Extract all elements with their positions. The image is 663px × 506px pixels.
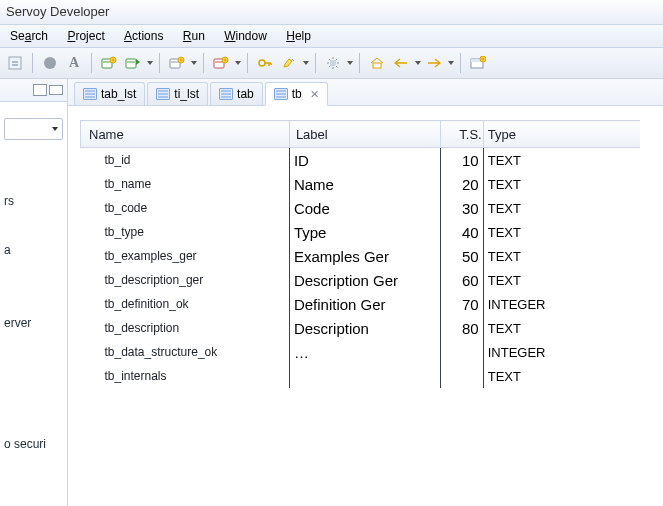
side-combo[interactable] [4, 118, 63, 140]
cell-ts: 60 [441, 268, 483, 292]
cell-ts: 20 [441, 172, 483, 196]
tool-record-icon[interactable] [39, 52, 61, 74]
cell-label: … [289, 340, 440, 364]
table-row[interactable]: tb_descriptionDescription80TEXT [81, 316, 641, 340]
cell-label: Description [289, 316, 440, 340]
svg-point-9 [330, 60, 336, 66]
cell-label: Name [289, 172, 440, 196]
cell-ts: 70 [441, 292, 483, 316]
tool-key-icon[interactable] [254, 52, 276, 74]
column-header[interactable]: Type [483, 121, 640, 148]
tool-form-run-icon[interactable] [122, 52, 144, 74]
cell-type: TEXT [483, 244, 640, 268]
table-row[interactable]: tb_description_gerDescription Ger60TEXT [81, 268, 641, 292]
column-header[interactable]: Label [289, 121, 440, 148]
cell-label: Description Ger [289, 268, 440, 292]
minimize-icon[interactable] [49, 85, 63, 95]
menu-project[interactable]: Project [59, 25, 112, 47]
columns-table: NameLabelT.S.Type tb_idID10TEXTtb_nameNa… [80, 120, 640, 388]
tool-gear-dd[interactable] [346, 52, 353, 74]
cell-type: TEXT [483, 364, 640, 388]
tool-nav-fwd-icon[interactable] [423, 52, 445, 74]
editor-tab[interactable]: tb✕ [265, 82, 328, 106]
close-icon[interactable]: ✕ [310, 88, 319, 101]
cell-ts [441, 364, 483, 388]
table-row[interactable]: tb_definition_okDefinition Ger70INTEGER [81, 292, 641, 316]
table-icon [274, 88, 288, 100]
cell-label: Examples Ger [289, 244, 440, 268]
cell-label [289, 364, 440, 388]
cell-name: tb_examples_ger [81, 244, 290, 268]
menu-run[interactable]: Run [175, 25, 213, 47]
table-row[interactable]: tb_data_structure_ok…INTEGER [81, 340, 641, 364]
cell-label: ID [289, 148, 440, 173]
table-icon [83, 88, 97, 100]
editor-tab[interactable]: ti_lst [147, 82, 208, 105]
cell-ts: 10 [441, 148, 483, 173]
table-icon [156, 88, 170, 100]
tool-nav-back-dd[interactable] [414, 52, 421, 74]
tab-label: tb [292, 87, 302, 101]
cell-type: TEXT [483, 196, 640, 220]
tab-label: ti_lst [174, 87, 199, 101]
tool-nav-back-icon[interactable] [390, 52, 412, 74]
svg-rect-10 [373, 63, 381, 68]
tool-font-icon[interactable]: A [63, 52, 85, 74]
side-pane: rs a erver o securi [0, 79, 68, 506]
menu-search[interactable]: Search [2, 25, 56, 47]
tool-highlighter-dd[interactable] [302, 52, 309, 74]
side-item[interactable]: o securi [0, 431, 67, 456]
cell-name: tb_description_ger [81, 268, 290, 292]
cell-type: TEXT [483, 220, 640, 244]
svg-rect-0 [9, 57, 21, 69]
cell-label: Type [289, 220, 440, 244]
cell-ts: 80 [441, 316, 483, 340]
cell-type: INTEGER [483, 292, 640, 316]
column-header[interactable]: Name [81, 121, 290, 148]
cell-type: TEXT [483, 316, 640, 340]
side-item[interactable]: a [0, 237, 67, 262]
menu-window[interactable]: Window [216, 25, 275, 47]
tab-label: tab [237, 87, 254, 101]
cell-ts [441, 340, 483, 364]
tool-calc-dd[interactable] [234, 52, 241, 74]
tool-nav-fwd-dd[interactable] [447, 52, 454, 74]
table-row[interactable]: tb_examples_gerExamples Ger50TEXT [81, 244, 641, 268]
tab-label: tab_lst [101, 87, 136, 101]
cell-name: tb_definition_ok [81, 292, 290, 316]
table-row[interactable]: tb_codeCode30TEXT [81, 196, 641, 220]
window-title: Servoy Developer [0, 0, 663, 25]
menu-actions[interactable]: Actions [116, 25, 171, 47]
tool-calc-icon[interactable] [210, 52, 232, 74]
toolbar: A [0, 48, 663, 79]
cell-type: INTEGER [483, 340, 640, 364]
side-item[interactable]: erver [0, 310, 67, 335]
menu-help[interactable]: Help [278, 25, 319, 47]
cell-name: tb_description [81, 316, 290, 340]
table-icon [219, 88, 233, 100]
svg-point-8 [259, 60, 265, 66]
tool-method-icon[interactable] [166, 52, 188, 74]
cell-name: tb_code [81, 196, 290, 220]
menubar: Search Project Actions Run Window Help [0, 25, 663, 48]
tool-method-dd[interactable] [190, 52, 197, 74]
tool-nav-home-icon[interactable] [366, 52, 388, 74]
cell-type: TEXT [483, 268, 640, 292]
side-item[interactable]: rs [0, 188, 67, 213]
tool-start-icon[interactable] [4, 52, 26, 74]
column-header[interactable]: T.S. [441, 121, 483, 148]
tool-highlighter-icon[interactable] [278, 52, 300, 74]
view-menu-icon[interactable] [33, 84, 47, 96]
table-row[interactable]: tb_idID10TEXT [81, 148, 641, 173]
table-row[interactable]: tb_internalsTEXT [81, 364, 641, 388]
tool-form-dd[interactable] [146, 52, 153, 74]
tool-perspective-icon[interactable] [467, 52, 489, 74]
editor-tab[interactable]: tab [210, 82, 263, 105]
tool-gear-icon[interactable] [322, 52, 344, 74]
cell-ts: 40 [441, 220, 483, 244]
editor-tab[interactable]: tab_lst [74, 82, 145, 105]
cell-name: tb_name [81, 172, 290, 196]
table-row[interactable]: tb_typeType40TEXT [81, 220, 641, 244]
table-row[interactable]: tb_nameName20TEXT [81, 172, 641, 196]
tool-form-new-icon[interactable] [98, 52, 120, 74]
